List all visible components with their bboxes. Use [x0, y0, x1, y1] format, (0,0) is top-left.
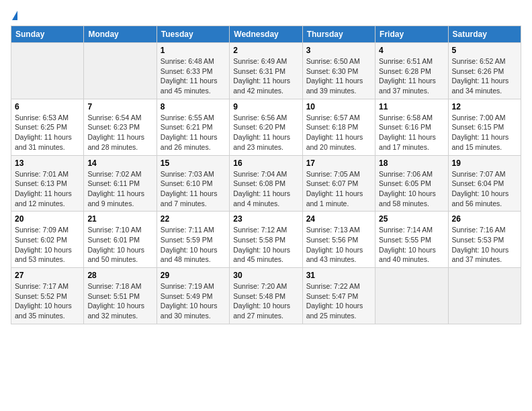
day-number: 29	[161, 271, 226, 280]
day-number: 19	[452, 158, 517, 168]
calendar-cell: 12Sunrise: 7:00 AM Sunset: 6:15 PM Dayli…	[448, 99, 521, 155]
day-info: Sunrise: 7:03 AM Sunset: 6:10 PM Dayligh…	[161, 169, 226, 209]
day-number: 12	[452, 102, 517, 111]
calendar-header-row: SundayMondayTuesdayWednesdayThursdayFrid…	[11, 26, 521, 43]
day-of-week-header: Thursday	[302, 26, 375, 43]
calendar-cell: 1Sunrise: 6:48 AM Sunset: 6:33 PM Daylig…	[157, 43, 229, 99]
calendar-cell: 13Sunrise: 7:01 AM Sunset: 6:13 PM Dayli…	[11, 155, 84, 212]
day-info: Sunrise: 7:20 AM Sunset: 5:48 PM Dayligh…	[233, 281, 298, 321]
day-number: 5	[452, 46, 517, 55]
day-of-week-header: Friday	[375, 26, 448, 43]
calendar-cell: 16Sunrise: 7:04 AM Sunset: 6:08 PM Dayli…	[230, 155, 302, 212]
day-number: 1	[161, 46, 226, 55]
calendar-cell: 18Sunrise: 7:06 AM Sunset: 6:05 PM Dayli…	[375, 155, 448, 212]
day-info: Sunrise: 7:04 AM Sunset: 6:08 PM Dayligh…	[233, 169, 298, 209]
day-info: Sunrise: 7:14 AM Sunset: 5:55 PM Dayligh…	[379, 225, 444, 265]
day-number: 21	[87, 214, 152, 224]
calendar-cell: 21Sunrise: 7:10 AM Sunset: 6:01 PM Dayli…	[84, 212, 157, 268]
calendar-cell	[448, 268, 521, 324]
calendar-cell: 11Sunrise: 6:58 AM Sunset: 6:16 PM Dayli…	[375, 99, 448, 155]
day-number: 16	[233, 158, 298, 168]
day-info: Sunrise: 6:50 AM Sunset: 6:30 PM Dayligh…	[306, 56, 371, 96]
day-number: 27	[15, 271, 80, 280]
calendar-table: SundayMondayTuesdayWednesdayThursdayFrid…	[11, 26, 521, 324]
calendar-cell: 7Sunrise: 6:54 AM Sunset: 6:23 PM Daylig…	[84, 99, 157, 155]
calendar-cell: 5Sunrise: 6:52 AM Sunset: 6:26 PM Daylig…	[448, 43, 521, 99]
day-number: 24	[306, 214, 371, 224]
logo	[11, 11, 17, 20]
page-header	[11, 11, 521, 20]
calendar-cell: 22Sunrise: 7:11 AM Sunset: 5:59 PM Dayli…	[157, 212, 229, 268]
day-info: Sunrise: 6:52 AM Sunset: 6:26 PM Dayligh…	[452, 56, 517, 96]
day-number: 6	[15, 102, 80, 111]
calendar-cell: 26Sunrise: 7:16 AM Sunset: 5:53 PM Dayli…	[448, 212, 521, 268]
calendar-cell: 15Sunrise: 7:03 AM Sunset: 6:10 PM Dayli…	[157, 155, 229, 212]
calendar-week-row: 20Sunrise: 7:09 AM Sunset: 6:02 PM Dayli…	[11, 212, 521, 268]
day-number: 9	[233, 102, 298, 111]
day-info: Sunrise: 7:18 AM Sunset: 5:51 PM Dayligh…	[87, 281, 152, 321]
calendar-cell	[11, 43, 84, 99]
day-number: 23	[233, 214, 298, 224]
day-number: 25	[379, 214, 444, 224]
calendar-cell: 3Sunrise: 6:50 AM Sunset: 6:30 PM Daylig…	[302, 43, 375, 99]
day-info: Sunrise: 7:19 AM Sunset: 5:49 PM Dayligh…	[161, 281, 226, 321]
day-number: 22	[161, 214, 226, 224]
day-number: 7	[87, 102, 152, 111]
day-number: 2	[233, 46, 298, 55]
calendar-cell: 30Sunrise: 7:20 AM Sunset: 5:48 PM Dayli…	[230, 268, 302, 324]
day-info: Sunrise: 7:00 AM Sunset: 6:15 PM Dayligh…	[452, 113, 517, 152]
day-number: 26	[452, 214, 517, 224]
day-number: 14	[87, 158, 152, 168]
calendar-cell: 29Sunrise: 7:19 AM Sunset: 5:49 PM Dayli…	[157, 268, 229, 324]
day-number: 30	[233, 271, 298, 280]
day-number: 15	[161, 158, 226, 168]
calendar-week-row: 13Sunrise: 7:01 AM Sunset: 6:13 PM Dayli…	[11, 155, 521, 212]
day-number: 8	[161, 102, 226, 111]
day-number: 20	[15, 214, 80, 224]
day-info: Sunrise: 6:56 AM Sunset: 6:20 PM Dayligh…	[233, 113, 298, 152]
day-info: Sunrise: 6:58 AM Sunset: 6:16 PM Dayligh…	[379, 113, 444, 152]
calendar-cell: 20Sunrise: 7:09 AM Sunset: 6:02 PM Dayli…	[11, 212, 84, 268]
calendar-cell	[84, 43, 157, 99]
calendar-cell: 23Sunrise: 7:12 AM Sunset: 5:58 PM Dayli…	[230, 212, 302, 268]
day-number: 4	[379, 46, 444, 55]
day-of-week-header: Saturday	[448, 26, 521, 43]
day-number: 17	[306, 158, 371, 168]
day-info: Sunrise: 7:13 AM Sunset: 5:56 PM Dayligh…	[306, 225, 371, 265]
calendar-cell: 8Sunrise: 6:55 AM Sunset: 6:21 PM Daylig…	[157, 99, 229, 155]
calendar-cell: 9Sunrise: 6:56 AM Sunset: 6:20 PM Daylig…	[230, 99, 302, 155]
day-number: 31	[306, 271, 371, 280]
calendar-cell: 27Sunrise: 7:17 AM Sunset: 5:52 PM Dayli…	[11, 268, 84, 324]
day-info: Sunrise: 6:54 AM Sunset: 6:23 PM Dayligh…	[87, 113, 152, 152]
day-info: Sunrise: 7:10 AM Sunset: 6:01 PM Dayligh…	[87, 225, 152, 265]
day-info: Sunrise: 7:09 AM Sunset: 6:02 PM Dayligh…	[15, 225, 80, 265]
calendar-week-row: 27Sunrise: 7:17 AM Sunset: 5:52 PM Dayli…	[11, 268, 521, 324]
calendar-cell	[375, 268, 448, 324]
day-number: 28	[87, 271, 152, 280]
day-of-week-header: Tuesday	[157, 26, 229, 43]
day-number: 10	[306, 102, 371, 111]
day-of-week-header: Wednesday	[230, 26, 302, 43]
day-info: Sunrise: 6:55 AM Sunset: 6:21 PM Dayligh…	[161, 113, 226, 152]
day-info: Sunrise: 7:11 AM Sunset: 5:59 PM Dayligh…	[161, 225, 226, 265]
calendar-cell: 6Sunrise: 6:53 AM Sunset: 6:25 PM Daylig…	[11, 99, 84, 155]
calendar-cell: 25Sunrise: 7:14 AM Sunset: 5:55 PM Dayli…	[375, 212, 448, 268]
day-info: Sunrise: 7:22 AM Sunset: 5:47 PM Dayligh…	[306, 281, 371, 321]
calendar-cell: 24Sunrise: 7:13 AM Sunset: 5:56 PM Dayli…	[302, 212, 375, 268]
day-number: 13	[15, 158, 80, 168]
day-info: Sunrise: 7:16 AM Sunset: 5:53 PM Dayligh…	[452, 225, 517, 265]
day-of-week-header: Monday	[84, 26, 157, 43]
day-info: Sunrise: 6:53 AM Sunset: 6:25 PM Dayligh…	[15, 113, 80, 152]
day-number: 3	[306, 46, 371, 55]
calendar-cell: 4Sunrise: 6:51 AM Sunset: 6:28 PM Daylig…	[375, 43, 448, 99]
calendar-week-row: 6Sunrise: 6:53 AM Sunset: 6:25 PM Daylig…	[11, 99, 521, 155]
day-info: Sunrise: 7:01 AM Sunset: 6:13 PM Dayligh…	[15, 169, 80, 209]
logo-triangle-icon	[12, 11, 17, 20]
calendar-cell: 2Sunrise: 6:49 AM Sunset: 6:31 PM Daylig…	[230, 43, 302, 99]
day-of-week-header: Sunday	[11, 26, 84, 43]
calendar-cell: 31Sunrise: 7:22 AM Sunset: 5:47 PM Dayli…	[302, 268, 375, 324]
calendar-cell: 19Sunrise: 7:07 AM Sunset: 6:04 PM Dayli…	[448, 155, 521, 212]
day-number: 11	[379, 102, 444, 111]
day-info: Sunrise: 6:57 AM Sunset: 6:18 PM Dayligh…	[306, 113, 371, 152]
day-info: Sunrise: 7:02 AM Sunset: 6:11 PM Dayligh…	[87, 169, 152, 209]
